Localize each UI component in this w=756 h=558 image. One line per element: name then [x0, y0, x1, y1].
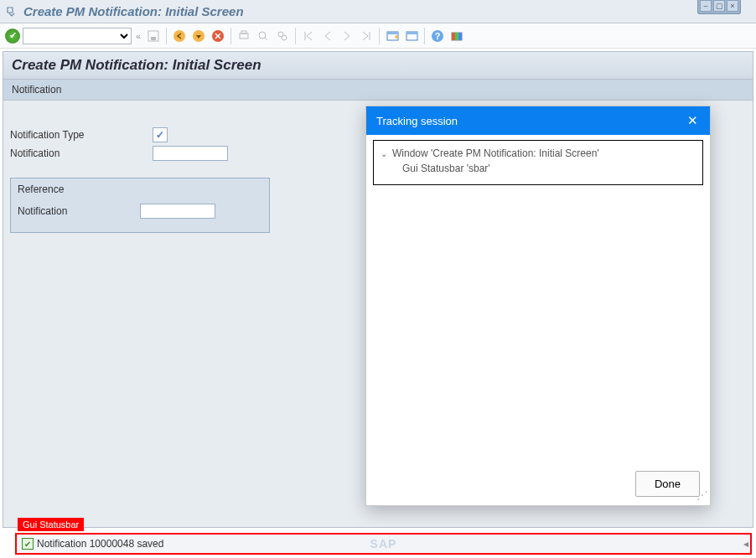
accept-icon[interactable]: ✔ [5, 28, 20, 44]
save-icon[interactable] [145, 28, 162, 44]
svg-rect-18 [455, 33, 458, 40]
svg-rect-6 [241, 31, 246, 34]
statusbar: ✔ Notification 10000048 saved SAP [17, 538, 742, 550]
resize-grip-icon[interactable]: ⋰ [696, 492, 708, 504]
popup-titlebar: Tracking session ✕ [366, 106, 710, 135]
done-button[interactable]: Done [635, 471, 700, 497]
notification-input[interactable] [153, 146, 228, 161]
popup-close-button[interactable]: ✕ [685, 113, 700, 128]
tree-window-node[interactable]: ⌄ Window 'Create PM Notification: Initia… [381, 146, 696, 161]
svg-point-9 [282, 35, 287, 40]
last-page-icon [358, 28, 375, 44]
exit-icon[interactable] [190, 28, 207, 44]
svg-rect-19 [458, 33, 462, 40]
page-title: Create PM Notification: Initial Screen [12, 57, 744, 74]
customize-layout-icon[interactable] [448, 28, 465, 44]
notification-label: Notification [10, 147, 153, 159]
svg-rect-1 [151, 37, 156, 40]
reference-legend: Reference [11, 178, 269, 199]
page-subtitle: Notification [12, 84, 61, 96]
tree-statusbar-label: Gui Statusbar 'sbar' [402, 163, 490, 174]
statusbar-highlight: ✔ Notification 10000048 saved SAP ◂ [15, 533, 752, 555]
svg-point-7 [259, 32, 266, 39]
window-controls: – ▢ × [697, 0, 741, 14]
main-toolbar: ✔ « ? [0, 23, 756, 49]
command-field[interactable] [23, 28, 132, 44]
popup-footer: Done ⋰ [366, 462, 710, 505]
find-icon [255, 28, 272, 44]
close-button[interactable]: × [727, 0, 738, 12]
statusbar-callout-label: Gui Statusbar [18, 518, 84, 531]
new-session-icon[interactable] [384, 28, 401, 44]
page-header: Create PM Notification: Initial Screen [3, 51, 753, 80]
expand-history-icon[interactable]: « [134, 31, 142, 41]
generate-shortcut-icon[interactable] [403, 28, 420, 44]
status-message: Notification 10000048 saved [37, 538, 163, 550]
help-icon[interactable]: ? [429, 28, 446, 44]
window-titlebar: Create PM Notification: Initial Screen –… [0, 0, 756, 23]
svg-point-2 [173, 30, 185, 42]
first-page-icon [300, 28, 317, 44]
notification-type-help-icon[interactable]: ✓ [153, 127, 168, 142]
tree-statusbar-node[interactable]: Gui Statusbar 'sbar' [381, 161, 696, 176]
popup-body: ⌄ Window 'Create PM Notification: Initia… [366, 135, 710, 462]
find-next-icon [274, 28, 291, 44]
svg-rect-13 [406, 32, 417, 34]
window-title: Create PM Notification: Initial Screen [23, 4, 244, 18]
status-success-icon: ✔ [22, 538, 34, 550]
minimize-button[interactable]: – [700, 0, 712, 12]
svg-text:?: ? [435, 31, 441, 41]
back-icon[interactable] [171, 28, 188, 44]
svg-rect-5 [240, 34, 248, 39]
notification-type-label: Notification Type [10, 129, 153, 141]
cancel-icon[interactable] [210, 28, 226, 44]
popup-title: Tracking session [376, 115, 458, 127]
svg-rect-11 [387, 32, 398, 34]
svg-rect-17 [452, 33, 455, 40]
sap-logo: SAP [370, 537, 397, 550]
statusbar-expand-icon[interactable]: ◂ [742, 535, 750, 553]
tracking-tree-highlight: ⌄ Window 'Create PM Notification: Initia… [373, 140, 703, 185]
app-menu-icon[interactable] [5, 5, 18, 18]
reference-notification-input[interactable] [140, 204, 215, 219]
maximize-button[interactable]: ▢ [713, 0, 725, 12]
chevron-down-icon[interactable]: ⌄ [381, 149, 392, 158]
reference-notification-label: Notification [18, 205, 140, 217]
page-subheader: Notification [3, 80, 753, 101]
reference-groupbox: Reference Notification [10, 178, 270, 233]
prev-page-icon [319, 28, 336, 44]
tree-window-label: Window 'Create PM Notification: Initial … [392, 147, 599, 159]
next-page-icon [339, 28, 355, 44]
print-icon [236, 28, 252, 44]
tracking-session-popup: Tracking session ✕ ⌄ Window 'Create PM N… [365, 106, 711, 506]
